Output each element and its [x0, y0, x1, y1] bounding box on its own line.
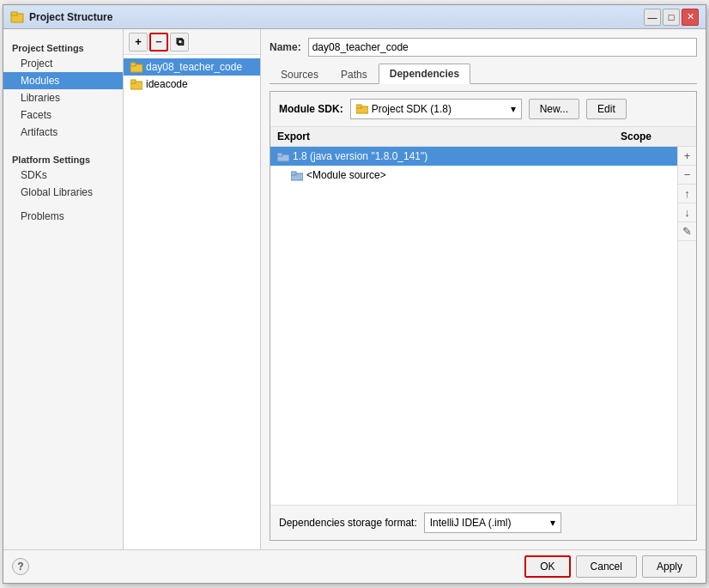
- col-export-header: Export: [277, 130, 602, 142]
- svg-rect-1: [11, 12, 17, 15]
- edit-sdk-button[interactable]: Edit: [586, 99, 627, 119]
- table-header: Export Scope: [270, 127, 696, 147]
- row-text: 1.8 (java version "1.8.0_141"): [293, 150, 602, 162]
- folder-icon: [130, 78, 142, 90]
- tabs-row: Sources Paths Dependencies: [270, 64, 697, 84]
- module-list-panel: + − ⧉ day08_teacher_code id: [124, 29, 261, 549]
- project-structure-window: Project Structure — □ ✕ Project Settings…: [3, 4, 706, 584]
- col-scope-header: Scope: [602, 130, 670, 142]
- module-list: day08_teacher_code ideacode: [124, 55, 260, 549]
- copy-module-button[interactable]: ⧉: [170, 33, 189, 52]
- sdk-select[interactable]: Project SDK (1.8) ▾: [350, 99, 522, 119]
- cancel-button[interactable]: Cancel: [576, 555, 637, 578]
- format-select[interactable]: IntelliJ IDEA (.iml) ▾: [424, 512, 561, 533]
- sidebar-item-libraries[interactable]: Libraries: [3, 89, 123, 106]
- tab-dependencies[interactable]: Dependencies: [379, 64, 470, 84]
- table-right-sidebar: + − ↑ ↓ ✎: [677, 147, 696, 505]
- sidebar-item-global-libraries[interactable]: Global Libraries: [3, 184, 123, 201]
- close-button[interactable]: ✕: [682, 9, 699, 26]
- table-body: 1.8 (java version "1.8.0_141") <Module s…: [270, 147, 677, 505]
- window-title: Project Structure: [29, 11, 644, 23]
- bottom-bar: Dependencies storage format: IntelliJ ID…: [270, 505, 696, 540]
- format-dropdown-arrow: ▾: [550, 517, 555, 529]
- help-button[interactable]: ?: [12, 558, 29, 575]
- ok-button[interactable]: OK: [524, 555, 570, 578]
- add-module-button[interactable]: +: [129, 33, 148, 52]
- sdk-row: Module SDK: Project SDK (1.8) ▾ New... E…: [270, 92, 696, 127]
- module-name-ideacode: ideacode: [146, 78, 188, 90]
- sdk-value: Project SDK (1.8): [372, 103, 451, 115]
- folder-icon: [130, 61, 142, 73]
- format-label: Dependencies storage format:: [279, 517, 417, 529]
- sidebar-item-problems[interactable]: Problems: [3, 208, 123, 225]
- sdk-folder-icon: [356, 104, 368, 114]
- row-folder-icon: [277, 150, 289, 161]
- new-sdk-button[interactable]: New...: [529, 99, 579, 119]
- sidebar-item-facets[interactable]: Facets: [3, 106, 123, 124]
- add-dependency-button[interactable]: +: [678, 147, 697, 166]
- module-item-ideacode[interactable]: ideacode: [124, 76, 260, 93]
- table-row[interactable]: 1.8 (java version "1.8.0_141"): [270, 147, 677, 166]
- minimize-button[interactable]: —: [644, 9, 661, 26]
- platform-settings-header: Platform Settings: [3, 151, 123, 167]
- sidebar-item-artifacts[interactable]: Artifacts: [3, 124, 123, 141]
- sidebar-item-modules[interactable]: Modules: [3, 72, 123, 89]
- maximize-button[interactable]: □: [663, 9, 680, 26]
- move-down-button[interactable]: ↓: [678, 203, 697, 222]
- title-bar: Project Structure — □ ✕: [3, 5, 706, 29]
- remove-module-button[interactable]: −: [149, 33, 168, 52]
- footer-left: ?: [12, 558, 519, 575]
- sdk-label: Module SDK:: [279, 103, 343, 115]
- tab-paths[interactable]: Paths: [330, 64, 379, 84]
- row-text: <Module source>: [306, 169, 602, 181]
- sdk-dropdown-arrow: ▾: [511, 103, 516, 115]
- window-controls: — □ ✕: [644, 9, 699, 26]
- name-row: Name:: [270, 38, 697, 57]
- project-settings-header: Project Settings: [3, 39, 123, 55]
- tab-sources[interactable]: Sources: [270, 64, 330, 84]
- svg-rect-3: [130, 63, 136, 66]
- remove-dependency-button[interactable]: −: [678, 166, 697, 185]
- footer-row: ? OK Cancel Apply: [3, 549, 706, 583]
- format-value: IntelliJ IDEA (.iml): [430, 517, 512, 529]
- svg-rect-9: [277, 153, 282, 156]
- window-body: Project Settings Project Modules Librari…: [3, 29, 706, 549]
- sidebar-item-sdks[interactable]: SDKs: [3, 167, 123, 184]
- module-item-day08[interactable]: day08_teacher_code: [124, 58, 260, 76]
- table-row[interactable]: <Module source>: [270, 166, 677, 185]
- move-up-button[interactable]: ↑: [678, 185, 697, 203]
- svg-rect-7: [356, 105, 361, 108]
- table-wrapper: 1.8 (java version "1.8.0_141") <Module s…: [270, 147, 696, 505]
- sidebar-item-project[interactable]: Project: [3, 55, 123, 72]
- apply-button[interactable]: Apply: [642, 555, 697, 578]
- content-area: Module SDK: Project SDK (1.8) ▾ New... E…: [270, 91, 697, 541]
- module-name-input[interactable]: [308, 38, 697, 57]
- module-toolbar: + − ⧉: [124, 29, 260, 55]
- left-navigation: Project Settings Project Modules Librari…: [3, 29, 124, 549]
- name-label: Name:: [270, 41, 301, 53]
- svg-rect-11: [291, 172, 296, 175]
- main-content-panel: Name: Sources Paths Dependencies Mo: [261, 29, 706, 549]
- window-icon: [10, 10, 24, 24]
- svg-rect-5: [130, 80, 136, 83]
- module-name-day08: day08_teacher_code: [146, 61, 242, 73]
- edit-dependency-button[interactable]: ✎: [678, 222, 697, 241]
- row-folder-icon: [291, 169, 303, 180]
